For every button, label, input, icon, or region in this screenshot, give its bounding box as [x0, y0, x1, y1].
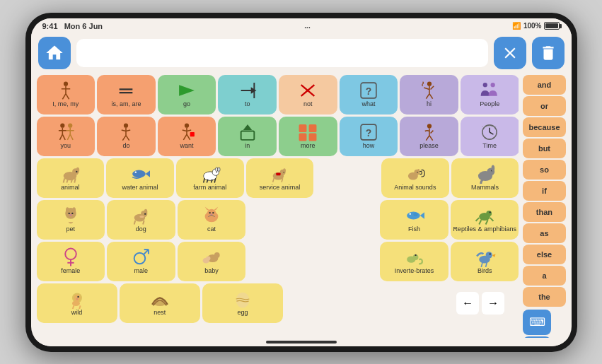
svg-point-28	[68, 124, 72, 128]
clear-button[interactable]	[494, 37, 526, 69]
cell-do[interactable]: do	[97, 117, 156, 156]
svg-point-70	[132, 170, 146, 178]
cell-to[interactable]: to	[218, 75, 277, 115]
male-label: male	[134, 268, 149, 275]
svg-point-75	[216, 168, 218, 172]
cell-egg[interactable]: egg	[202, 283, 283, 323]
cell-farm-animal[interactable]: farm animal	[176, 158, 244, 198]
sidebar-word-the[interactable]: the	[523, 287, 565, 307]
svg-line-27	[62, 134, 65, 140]
cell-service-animal[interactable]: service animal	[246, 158, 314, 198]
pet-label: pet	[66, 226, 76, 233]
what-label: what	[361, 101, 375, 108]
row-animals-4: wild nest	[37, 283, 519, 323]
sidebar-word-than[interactable]: than	[523, 202, 565, 222]
svg-point-128	[65, 249, 76, 260]
animal-sounds-label: Animal sounds	[394, 184, 436, 192]
svg-line-87	[273, 178, 274, 182]
cell-i-me-my[interactable]: I, me, my	[37, 75, 95, 115]
hi-label: hi	[427, 101, 432, 108]
cell-baby[interactable]: baby	[178, 242, 246, 281]
cell-dog[interactable]: dog	[107, 200, 175, 240]
nav-left-button[interactable]: ←	[456, 292, 479, 315]
keyboard-button[interactable]: ⌨	[523, 310, 551, 335]
cell-fish[interactable]: Fish	[380, 200, 448, 240]
dog-label: dog	[136, 226, 146, 233]
cell-animal-sounds[interactable]: Animal sounds	[381, 158, 449, 198]
female-label: female	[61, 268, 80, 275]
cell-you[interactable]: you	[37, 117, 95, 156]
sidebar-icon-buttons: ⌨ 🔍 ✏	[523, 310, 565, 338]
cell-reptiles[interactable]: Reptiles & amphibians	[451, 200, 519, 240]
row-animals-1: animal water animal	[37, 158, 519, 198]
nav-right-button[interactable]: →	[482, 292, 504, 315]
sidebar-word-a[interactable]: a	[523, 266, 565, 286]
cell-invertebrates[interactable]: Inverte-brates	[380, 242, 448, 281]
cell-people[interactable]: People	[461, 75, 519, 115]
sidebar-word-if[interactable]: if	[523, 181, 565, 201]
svg-line-17	[424, 88, 429, 89]
cell-go[interactable]: go	[158, 75, 216, 115]
screen: 9:41 Mon 6 Jun ... 📶 100%	[31, 18, 572, 346]
cell-water-animal[interactable]: water animal	[106, 158, 174, 198]
birds-icon	[473, 247, 496, 267]
svg-point-76	[218, 168, 220, 172]
cell-please[interactable]: please	[400, 117, 458, 156]
cell-birds[interactable]: Birds	[451, 242, 519, 281]
cell-cat[interactable]: cat	[178, 200, 246, 240]
cell-not[interactable]: not	[279, 75, 337, 115]
egg-label: egg	[237, 310, 248, 317]
cell-hi[interactable]: hi	[400, 75, 458, 115]
svg-point-115	[212, 212, 214, 213]
cell-is-am-are[interactable]: is, am, are	[97, 75, 156, 115]
svg-line-43	[183, 134, 187, 140]
invertebrates-label: Inverte-brates	[395, 268, 434, 275]
to-icon	[236, 81, 259, 100]
svg-point-77	[216, 172, 217, 173]
sidebar-word-because[interactable]: because	[523, 117, 565, 137]
delete-button[interactable]	[532, 37, 565, 69]
home-button[interactable]	[38, 37, 71, 69]
svg-point-107	[140, 216, 144, 218]
svg-line-20	[429, 94, 433, 99]
cell-mammals[interactable]: Mammals	[451, 158, 519, 198]
sidebar-word-else[interactable]: else	[523, 245, 565, 264]
svg-line-108	[134, 221, 136, 224]
cell-animal[interactable]: animal	[37, 158, 105, 198]
sidebar-word-as[interactable]: as	[523, 223, 565, 243]
water-animal-icon	[129, 164, 151, 184]
cell-wild[interactable]: wild	[37, 283, 117, 323]
female-icon	[59, 247, 82, 267]
svg-line-60	[490, 132, 493, 134]
sidebar-word-so[interactable]: so	[523, 160, 565, 180]
sidebar-word-or[interactable]: or	[523, 96, 565, 116]
svg-point-98	[66, 207, 69, 213]
svg-point-23	[60, 124, 64, 128]
grid-area: I, me, my is, am, are	[31, 72, 572, 338]
egg-icon	[231, 289, 254, 309]
svg-point-106	[144, 213, 146, 215]
svg-rect-86	[277, 172, 281, 175]
cell-pet[interactable]: pet	[37, 200, 105, 240]
cell-male[interactable]: male	[107, 242, 175, 281]
wild-icon	[66, 289, 88, 309]
how-icon: ?	[357, 122, 380, 142]
cell-want[interactable]: want	[158, 117, 216, 156]
sentence-input[interactable]	[76, 39, 488, 67]
trash-icon	[539, 44, 557, 62]
svg-point-99	[72, 207, 76, 213]
cell-female[interactable]: female	[37, 242, 105, 281]
svg-point-149	[74, 295, 80, 301]
cell-nest[interactable]: nest	[120, 283, 200, 323]
svg-point-138	[206, 256, 210, 260]
farm-animal-icon	[199, 164, 221, 184]
cell-what[interactable]: ? what	[340, 75, 398, 115]
sidebar-word-but[interactable]: but	[523, 139, 565, 158]
cell-more[interactable]: more	[279, 117, 337, 156]
svg-line-78	[203, 178, 204, 182]
cell-time[interactable]: Time	[461, 117, 519, 156]
svg-marker-112	[205, 207, 209, 211]
cell-how[interactable]: ? how	[340, 117, 398, 156]
sidebar-word-and[interactable]: and	[523, 75, 565, 95]
cell-in[interactable]: in	[218, 117, 277, 156]
